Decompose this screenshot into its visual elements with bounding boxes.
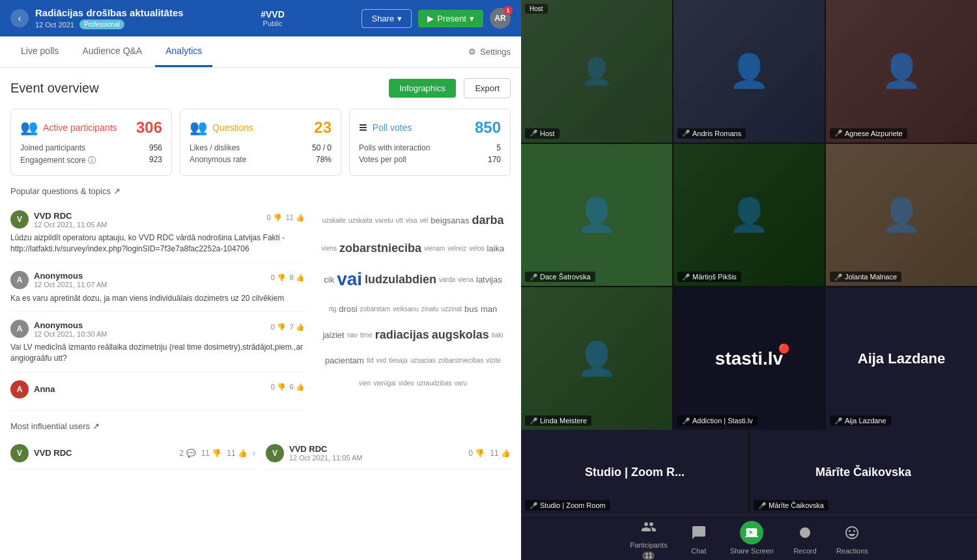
tab-analytics[interactable]: Analytics <box>155 36 212 67</box>
header-right: Share ▾ ▶ Present ▾ AR 1 <box>361 8 511 29</box>
back-button[interactable]: ‹ <box>10 9 29 27</box>
app-header: ‹ Radiācijas drošības aktualitātes 12 Oc… <box>0 0 521 36</box>
placeholder-icon: 👤 <box>576 196 617 234</box>
word: beigsanas <box>431 216 469 225</box>
tab-live-polls[interactable]: Live polls <box>10 36 69 67</box>
user-name: Anonymous <box>34 320 107 330</box>
word: uzzinat <box>441 305 462 313</box>
video-cell-host: 👤 Host 🎤 Host <box>521 0 672 143</box>
engagement-label: Engagement score ⓘ <box>20 155 96 166</box>
user-time: 12 Oct 2021, 11:05 AM <box>289 454 363 462</box>
record-button[interactable]: Record <box>793 521 817 555</box>
word: varda <box>439 276 455 283</box>
upvote-icon[interactable]: 8 👍 <box>290 273 305 282</box>
avatar: A <box>10 271 29 289</box>
word: time <box>360 331 373 339</box>
user-name: VVD RDC <box>34 211 107 221</box>
share-screen-button[interactable]: Share Screen <box>730 521 774 555</box>
present-button[interactable]: ▶ Present ▾ <box>418 10 483 27</box>
word: velos <box>469 245 484 252</box>
user-name: VVD RDC <box>34 448 72 458</box>
questions-list: V VVD RDC 12 Oct 2021, 11:05 AM 0 👎 11 👍… <box>10 203 305 411</box>
section-header: Event overview Infographics Export <box>10 78 511 98</box>
mic-icon: 🎤 <box>758 502 766 509</box>
reactions-label: Reactions <box>836 547 868 555</box>
downvote-icon[interactable]: 0 👎 <box>271 273 286 282</box>
word: varetu <box>375 217 393 224</box>
tab-audience-qa[interactable]: Audience Q&A <box>72 36 152 67</box>
wordcloud: uzskaite uzskaita varetu utt visa vel be… <box>315 203 511 411</box>
export-button[interactable]: Export <box>464 78 511 98</box>
avatar: V <box>10 210 29 229</box>
word: viens <box>322 245 337 252</box>
mic-icon: 🎤 <box>682 273 690 281</box>
participants-button[interactable]: Participants 11 <box>630 515 667 560</box>
word: bus <box>464 304 478 314</box>
word: vel <box>419 217 428 224</box>
word: visa <box>406 217 418 224</box>
word: vien <box>359 380 371 387</box>
bottom-bar: Participants 11 Chat Share Screen <box>521 514 977 560</box>
downvote-icon[interactable]: 0 👎 <box>271 323 286 331</box>
chevron-right-icon[interactable]: › <box>253 449 255 458</box>
chat-icon <box>687 521 711 544</box>
participant-name-display: Aija Lazdane <box>858 350 945 367</box>
chat-button[interactable]: Chat <box>687 521 711 555</box>
active-participants-card: 👥 Active participants 306 Joined partici… <box>10 109 172 176</box>
infographics-button[interactable]: Infographics <box>389 79 456 98</box>
user-avatar[interactable]: AR 1 <box>490 8 511 29</box>
question-text: Vai LV medicīnā izmanto reāllaika dozime… <box>10 342 305 364</box>
public-label: Public <box>261 20 285 27</box>
user-time: 12 Oct 2021, 10:30 AM <box>34 330 107 338</box>
wordcloud-container: uzskaite uzskaita varetu utt visa vel be… <box>315 203 511 398</box>
most-influential-section: Most influential users ↗ V VVD RDC 2 💬 1… <box>10 421 511 469</box>
word: darba <box>472 214 504 227</box>
user-name: Anna <box>34 384 55 394</box>
joined-label: Joined participants <box>20 143 85 152</box>
upvote-icon[interactable]: 7 👍 <box>290 323 305 331</box>
poll-votes-card: ≡ Poll votes 850 Polls with interaction5… <box>349 109 511 176</box>
questions-icon: 👥 <box>190 119 207 136</box>
svg-point-0 <box>800 527 810 538</box>
participants-label: Active participants <box>43 122 117 133</box>
video-cell-agnese: 👤 🎤 Agnese Aizpuriete <box>826 0 977 143</box>
question-text: Lūdzu aizpildīt operatoru aptauju, ko VV… <box>10 232 305 255</box>
video-cell-marite: Mārīte Čaikovska 🎤 Mārīte Čaikovska <box>750 430 977 514</box>
list-item: V VVD RDC 2 💬 11 👎 11 👍 › <box>10 438 255 469</box>
upvote-icon[interactable]: 11 👍 <box>286 214 305 222</box>
share-button[interactable]: Share ▾ <box>361 9 412 28</box>
settings-icon: ⚙ <box>468 47 476 57</box>
engagement-value: 923 <box>149 155 162 166</box>
mic-icon: 🎤 <box>530 417 537 425</box>
section-title: Event overview <box>10 81 99 96</box>
anon-value: 78% <box>316 155 332 164</box>
notification-badge: 1 <box>503 6 513 15</box>
reactions-button[interactable]: Reactions <box>836 521 868 555</box>
word: varu <box>455 380 467 387</box>
word: tiesaja <box>389 357 408 364</box>
questions-card: 👥 Questions 23 Likes / dislikes50 / 0 An… <box>180 109 341 176</box>
polls-interaction-label: Polls with interaction <box>359 143 430 152</box>
questions-wordcloud-row: V VVD RDC 12 Oct 2021, 11:05 AM 0 👎 11 👍… <box>10 203 511 411</box>
mic-icon: 🎤 <box>682 417 690 425</box>
participant-label: 🎤 Host <box>525 128 559 139</box>
settings-link[interactable]: ⚙ Settings <box>468 47 511 57</box>
video-cell-aija: Aija Lazdane 🎤 Aija Lazdane <box>826 287 977 430</box>
downvote-icon[interactable]: 0 👎 <box>267 214 282 222</box>
polls-interaction-value: 5 <box>496 143 501 152</box>
participants-count: 11 <box>642 552 655 560</box>
question-text: Ka es varu apretināt dozu, ja man viens … <box>10 293 305 304</box>
word: pacientam <box>325 356 364 365</box>
placeholder-icon: 👤 <box>881 52 922 90</box>
participant-label: 🎤 Addiction | Stasti.lv <box>677 415 758 426</box>
popular-questions-title: Popular questions & topics ↗ <box>10 186 511 196</box>
user-time: 12 Oct 2021, 11:07 AM <box>34 281 107 288</box>
downvote-icon[interactable]: 0 👎 <box>271 383 286 391</box>
placeholder-icon: 👤 <box>580 56 613 87</box>
placeholder-icon: 👤 <box>881 196 922 234</box>
participant-label: 🎤 Mārīte Čaikovska <box>754 500 828 511</box>
word: jaiziet <box>322 330 344 340</box>
mic-icon: 🎤 <box>530 273 537 281</box>
word: tld <box>367 357 374 364</box>
upvote-icon[interactable]: 6 👍 <box>290 383 305 391</box>
